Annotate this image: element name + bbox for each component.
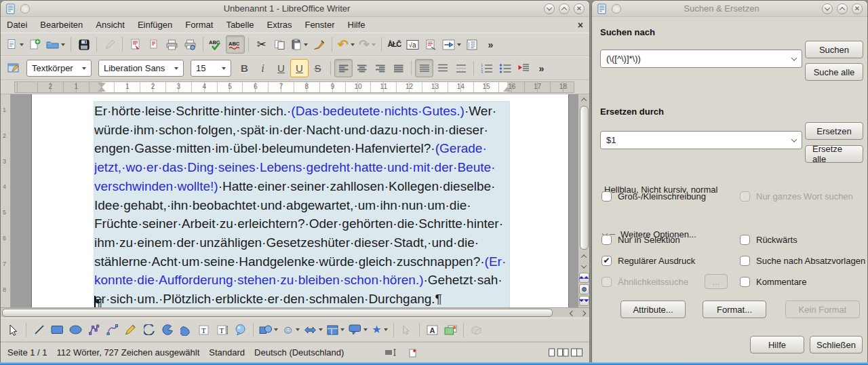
multi-page-view-icon[interactable] (557, 348, 569, 357)
document-page[interactable]: Er·​hörte·​leise·​Schritte·​hinter·​sich… (31, 94, 569, 307)
print-preview-button[interactable] (181, 35, 199, 54)
single-page-view-icon[interactable] (548, 348, 555, 357)
clone-formatting-button[interactable] (310, 35, 328, 54)
status-word-count[interactable]: 112 Wörter, 727 Zeichen ausgewählt (57, 347, 200, 358)
menu-bearbeiten[interactable]: Bearbeiten (40, 20, 83, 30)
search-input[interactable]: (\([^\)]*\)) (600, 50, 802, 68)
italic-button[interactable]: i (254, 59, 272, 77)
selected-paragraph[interactable]: Er·​hörte·​leise·​Schritte·​hinter·​sich… (94, 102, 509, 307)
copy-button[interactable] (271, 35, 289, 54)
status-page-number[interactable]: Seite 1 / 1 (7, 347, 47, 358)
toolbar-overflow-button[interactable]: » (481, 35, 500, 54)
bullet-list-button[interactable] (496, 59, 514, 77)
fontwork-button[interactable]: A (423, 321, 441, 339)
vertical-scrollbar-thumb[interactable] (580, 106, 589, 250)
vertical-ruler[interactable]: 12345678 (1, 94, 11, 307)
horizontal-scrollbar[interactable] (1, 307, 589, 318)
font-name-select[interactable]: Liberation Sans (98, 60, 184, 77)
align-right-button[interactable] (371, 59, 389, 77)
auto-spellcheck-button[interactable]: ABC (226, 35, 245, 54)
numbered-list-button[interactable]: 123 (477, 59, 496, 77)
freeform-line-button[interactable] (121, 321, 140, 339)
line-spacing-2-button[interactable] (452, 59, 470, 77)
circle-segment-button[interactable] (176, 321, 195, 339)
ellipse-button[interactable] (66, 321, 85, 339)
search-button[interactable]: Suchen (805, 41, 863, 58)
menu-hilfe[interactable]: Hilfe (348, 20, 366, 30)
curve-button[interactable] (103, 321, 121, 339)
cut-button[interactable]: ✂ (252, 35, 271, 54)
polygon-button[interactable] (85, 321, 103, 339)
minimize-button[interactable] (544, 3, 555, 14)
paragraph-style-select[interactable]: Textkörper (26, 60, 92, 77)
stars-button[interactable]: ★ (370, 321, 389, 339)
scroll-up-icon[interactable] (579, 94, 589, 104)
scroll-up-icon[interactable] (579, 251, 589, 261)
undo-button[interactable]: ↶ (336, 35, 357, 54)
menu-einfgen[interactable]: Einfügen (138, 20, 172, 30)
close-dialog-button[interactable]: Schließen (810, 336, 863, 353)
status-language[interactable]: Deutsch (Deutschland) (254, 347, 344, 358)
menu-format[interactable]: Format (185, 20, 213, 30)
basic-shapes-button[interactable] (257, 321, 280, 339)
block-arrows-button[interactable] (302, 321, 325, 339)
export-pdf-button[interactable] (126, 35, 144, 54)
track-changes-button[interactable] (422, 35, 440, 54)
callouts-button[interactable] (347, 321, 370, 339)
search-all-button[interactable]: Suche alle (805, 63, 863, 81)
special-character-button[interactable]: ÅŁČ (385, 35, 403, 54)
print-button[interactable] (163, 35, 181, 54)
book-view-icon[interactable] (571, 348, 583, 357)
vertical-scrollbar[interactable]: ⏶⏶ ⏷⏷ (578, 94, 589, 307)
export-pdf-direct-button[interactable] (144, 35, 163, 54)
align-center-button[interactable] (353, 59, 371, 77)
vertical-text-button[interactable]: T (213, 321, 231, 339)
maximize-button[interactable] (559, 3, 570, 14)
horizontal-scrollbar-thumb[interactable] (2, 309, 553, 317)
from-file-button[interactable] (441, 321, 460, 339)
close-document-icon[interactable]: × (578, 20, 583, 31)
menu-datei[interactable]: Datei (7, 20, 27, 30)
replace-all-button[interactable]: Ersetze alle (805, 145, 863, 163)
formula-button[interactable]: √a (403, 35, 422, 54)
scroll-left-icon[interactable] (568, 309, 577, 318)
horizontal-ruler[interactable]: 21123456789101112131415161718 (1, 80, 589, 94)
line-spacing-15-button[interactable] (433, 59, 452, 77)
navigation-button[interactable] (579, 284, 589, 294)
strikethrough-button[interactable]: S (309, 59, 327, 77)
paste-button[interactable] (289, 35, 310, 54)
text-box-button[interactable]: T (195, 321, 213, 339)
window-menu-button[interactable] (612, 4, 621, 14)
styles-sidebar-button[interactable] (4, 59, 22, 77)
next-page-button[interactable]: ⏷⏷ (579, 296, 589, 306)
match-case-checkbox[interactable]: Groß-/Kleinschreibung (601, 191, 706, 201)
replace-button[interactable]: Ersetzen (805, 122, 863, 140)
line-button[interactable] (30, 321, 48, 339)
text-animation-button[interactable] (231, 321, 250, 339)
menu-fenster[interactable]: Fenster (304, 20, 334, 30)
new-from-template-button[interactable] (26, 35, 44, 54)
underline-button[interactable]: U (272, 59, 290, 77)
menu-tabelle[interactable]: Tabelle (226, 20, 254, 30)
close-button[interactable]: ✕ (574, 3, 585, 14)
toolbar-overflow-button[interactable]: » (532, 59, 551, 77)
decrease-indent-button[interactable] (514, 59, 532, 77)
minimize-button[interactable] (822, 3, 833, 14)
open-button[interactable] (44, 35, 67, 54)
attributes-button[interactable]: Attribute... (620, 301, 686, 318)
ellipse-pie-button[interactable] (158, 321, 176, 339)
close-button[interactable]: ✕ (852, 3, 863, 14)
underline-double-button[interactable]: U (290, 59, 309, 77)
select-button[interactable] (4, 321, 22, 339)
window-menu-button[interactable] (20, 4, 30, 14)
comments-checkbox[interactable]: Kommentare (740, 276, 806, 287)
left-indent-marker[interactable] (98, 87, 106, 92)
text-cursor-paragraph[interactable]: ¶ (94, 296, 102, 307)
bold-button[interactable]: B (235, 59, 254, 77)
selection-mode-icon[interactable] (384, 348, 398, 357)
hyperlink-button[interactable] (440, 35, 463, 54)
menu-ansicht[interactable]: Ansicht (96, 20, 125, 30)
help-button[interactable]: Hilfe (750, 336, 804, 353)
formatting-marks-button[interactable] (463, 35, 481, 54)
replace-input[interactable]: $1 (600, 131, 802, 149)
